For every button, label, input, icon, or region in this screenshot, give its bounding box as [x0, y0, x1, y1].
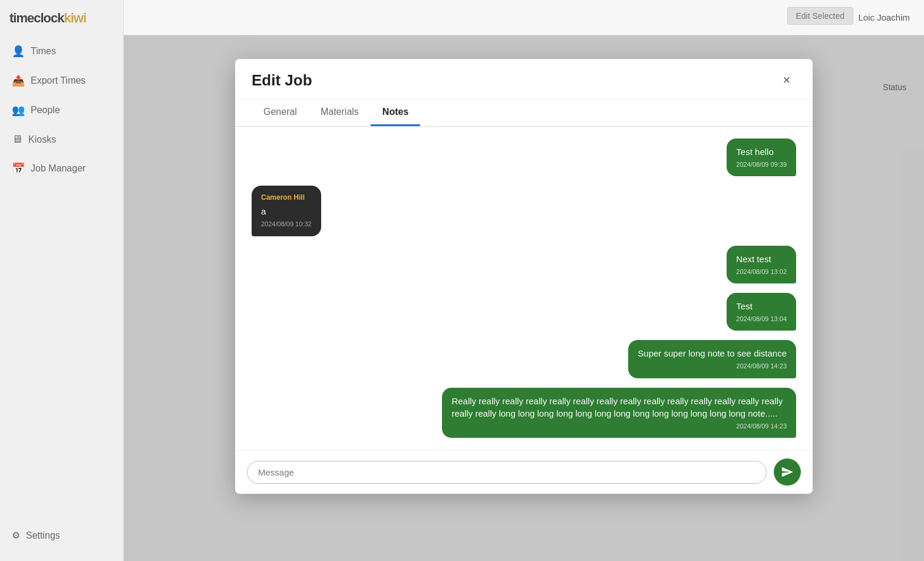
times-icon: 👤	[12, 45, 25, 58]
settings-icon: ⚙	[12, 530, 20, 541]
message-bubble: Cameron Hilla2024/08/09 10:32	[252, 186, 321, 236]
modal-close-button[interactable]: ×	[777, 71, 796, 90]
sidebar-item-export-times-label: Export Times	[31, 75, 85, 86]
bubble-text: Test hello	[736, 146, 787, 158]
bubble-time: 2024/08/09 13:02	[736, 268, 787, 276]
people-icon: 👥	[12, 104, 25, 117]
topbar-username: Loic Joachim	[858, 12, 910, 22]
bubble-sender: Cameron Hill	[261, 193, 312, 203]
send-icon	[781, 466, 794, 478]
job-manager-icon: 📅	[12, 162, 25, 175]
kiosks-icon: 🖥	[12, 133, 22, 146]
message-bubble: Next test2024/08/09 13:02	[727, 246, 796, 283]
message-row: Really really really really really reall…	[252, 388, 796, 438]
bubble-time: 2024/08/09 13:04	[736, 315, 787, 324]
tab-notes[interactable]: Notes	[371, 100, 420, 126]
bubble-text: a	[261, 205, 312, 217]
message-row: Cameron Hilla2024/08/09 10:32	[252, 186, 796, 236]
bubble-text: Really really really really really reall…	[451, 395, 787, 420]
modal-tabs: General Materials Notes	[235, 100, 813, 127]
message-row: Next test2024/08/09 13:02	[252, 246, 796, 283]
bubble-text: Test	[736, 300, 787, 312]
bubble-time: 2024/08/09 09:39	[736, 160, 787, 169]
message-bubble: Really really really really really reall…	[442, 388, 796, 438]
send-button[interactable]	[774, 458, 801, 486]
tab-general[interactable]: General	[252, 100, 309, 126]
sidebar-item-job-manager[interactable]: 📅 Job Manager	[0, 154, 123, 183]
chat-messages: Test hello2024/08/09 09:39Cameron Hilla2…	[235, 127, 813, 450]
bubble-time: 2024/08/09 14:23	[638, 362, 787, 371]
sidebar-item-people[interactable]: 👥 People	[0, 95, 123, 125]
export-times-icon: 📤	[12, 74, 25, 87]
bubble-text: Next test	[736, 253, 787, 265]
message-bubble: Super super long note to see distance202…	[628, 340, 796, 378]
message-row: Test2024/08/09 13:04	[252, 293, 796, 331]
edit-selected-button[interactable]: Edit Selected	[787, 7, 854, 25]
sidebar-settings-label: Settings	[26, 530, 60, 541]
bubble-time: 2024/08/09 10:32	[261, 220, 312, 229]
edit-job-modal: Edit Job × General Materials Notes Test …	[235, 59, 813, 494]
topbar: Edit Selected 👤 Loic Joachim	[124, 0, 924, 35]
bubble-text: Super super long note to see distance	[638, 347, 787, 359]
sidebar-item-times[interactable]: 👤 Times	[0, 37, 123, 66]
tab-materials[interactable]: Materials	[309, 100, 371, 126]
app-logo: timeclockkiwi	[0, 0, 123, 37]
modal-title: Edit Job	[252, 71, 312, 90]
message-row: Test hello2024/08/09 09:39	[252, 138, 796, 176]
message-bubble: Test2024/08/09 13:04	[727, 293, 796, 331]
sidebar-item-export-times[interactable]: 📤 Export Times	[0, 66, 123, 95]
modal-header: Edit Job ×	[235, 59, 813, 100]
sidebar-item-kiosks[interactable]: 🖥 Kiosks	[0, 125, 123, 154]
message-input[interactable]	[247, 461, 767, 484]
bubble-time: 2024/08/09 14:23	[451, 422, 787, 431]
message-row: Super super long note to see distance202…	[252, 340, 796, 378]
sidebar-item-job-manager-label: Job Manager	[31, 163, 85, 174]
sidebar: timeclockkiwi 👤 Times 📤 Export Times 👥 P…	[0, 0, 124, 561]
sidebar-item-times-label: Times	[31, 46, 56, 57]
sidebar-item-kiosks-label: Kiosks	[28, 134, 56, 145]
sidebar-item-settings[interactable]: ⚙ Settings	[0, 522, 123, 549]
modal-footer	[235, 450, 813, 494]
modal-overlay: Edit Job × General Materials Notes Test …	[124, 35, 924, 561]
sidebar-item-people-label: People	[31, 105, 60, 116]
main-content: Status Edit Job × General Materials Note…	[124, 35, 924, 561]
message-bubble: Test hello2024/08/09 09:39	[727, 138, 796, 176]
